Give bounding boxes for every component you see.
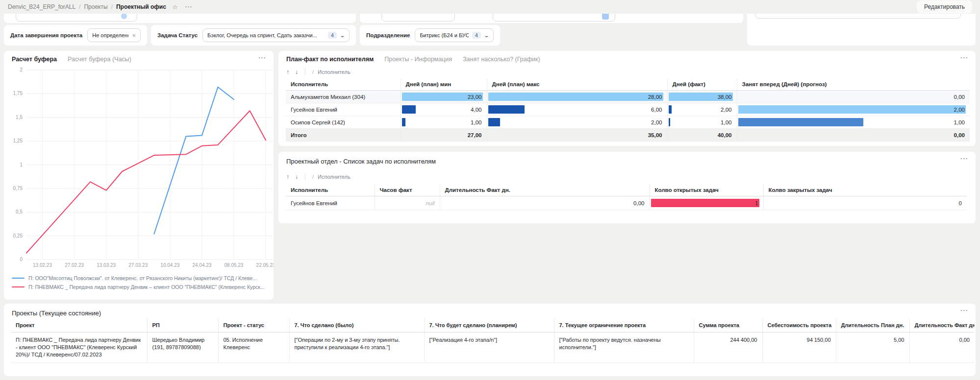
filter-label: Дата завершения проекта xyxy=(10,32,82,38)
filter-card-project-end-date: Дата завершения проектаНе определено - Н… xyxy=(4,25,147,46)
filter-value: Не определено - Не определено xyxy=(92,32,128,38)
y-axis-tick-label: 1,25 xyxy=(13,138,23,143)
table-header-row: ИсполнительДней (план) минДней (план) ма… xyxy=(286,78,970,91)
sort-slash-icon: / xyxy=(312,69,314,75)
column-header[interactable]: Исполнитель xyxy=(286,184,375,196)
projects-state-panel: Проекты (Текущее состояние) ⋯ ПроектРППр… xyxy=(4,304,976,376)
sort-asc-icon[interactable]: ↑ xyxy=(286,173,289,180)
filter-select[interactable]: Не определено - Не определено× xyxy=(87,28,141,42)
panel-tab[interactable]: Проекты - Информация xyxy=(384,56,452,63)
legend-line-swatch xyxy=(12,278,25,279)
cell: Гусейнов Евгений xyxy=(286,103,401,116)
column-header[interactable]: Проект xyxy=(11,318,147,332)
panel-tabs: План-факт по исполнителямПроекты - Инфор… xyxy=(286,56,540,63)
cell: Шередько Владимир (191, 89787809088) xyxy=(147,332,218,363)
legend-label: П: ООО"Мясоптиц Поволжски". от Клеверенс… xyxy=(28,275,257,281)
breadcrumb-more-icon[interactable]: ⋯ xyxy=(185,2,193,11)
column-header[interactable]: Дней (план) макс xyxy=(487,78,667,91)
value-bar xyxy=(669,105,672,114)
legend-item[interactable]: П: ПНЕВМАКС _ Передача лида партнеру Ден… xyxy=(12,284,265,290)
bar-wrap: 1,00 xyxy=(738,116,966,128)
bar-wrap: 4,00 xyxy=(402,103,483,116)
breadcrumb-item[interactable]: Проекты xyxy=(84,3,107,10)
cell: 40,00 xyxy=(667,129,737,142)
column-header[interactable]: РП xyxy=(147,318,218,332)
tasks-more-icon[interactable]: ⋯ xyxy=(960,155,969,163)
column-header[interactable]: Колво закрытых задач xyxy=(763,184,967,196)
table-header-row: ПроектРППроект - статус7. Что сделано (б… xyxy=(11,318,975,332)
clear-icon[interactable]: × xyxy=(132,32,136,39)
column-header[interactable]: Себестоимость проекта xyxy=(762,318,836,332)
column-header[interactable]: Часов факт xyxy=(375,184,440,196)
cell-value: 4,00 xyxy=(471,107,482,113)
chevron-down-icon: ⌄ xyxy=(483,32,489,39)
cell: Альмухаметов Михаил (304) xyxy=(286,91,401,103)
column-header[interactable]: Сумма проекта xyxy=(694,318,762,332)
bar-cell: 2,00 xyxy=(487,116,667,129)
column-header[interactable]: Дней (факт) xyxy=(667,78,737,91)
column-header[interactable]: Исполнитель xyxy=(286,78,401,91)
filter-card-department: ПодразделениеБитрикс (Б24 и БУС-внедр), … xyxy=(360,25,500,46)
cell: 05. Исполнение Клеверенс xyxy=(218,332,289,363)
cell: 5,00 xyxy=(836,332,909,363)
legend-label: П: ПНЕВМАКС _ Передача лида партнеру Ден… xyxy=(28,284,265,290)
sort-asc-icon[interactable]: ↑ xyxy=(286,69,289,75)
bar-wrap: 2,00 xyxy=(488,116,663,128)
count-badge xyxy=(602,13,609,20)
column-header[interactable]: Длительность Факт дн. xyxy=(440,184,650,196)
cell: 0,00 xyxy=(909,332,975,363)
table-row: Гусейнов Евгений4,006,002,002,00 xyxy=(286,103,970,116)
sort-field-label: Исполнитель xyxy=(318,174,351,180)
column-header[interactable]: Дней (план) мин xyxy=(401,78,487,91)
bar-cell: 1,00 xyxy=(667,116,737,129)
cell: 0,00 xyxy=(737,91,970,103)
column-header[interactable]: Проект - статус xyxy=(218,318,289,332)
filter-card-task-status: Задача СтатусБэклог, Очередь на спринт, … xyxy=(151,25,356,46)
cell-value: 2,00 xyxy=(651,119,663,125)
y-axis-tick-label: 2 xyxy=(20,67,23,72)
column-header[interactable]: Длительность План дн. xyxy=(836,318,909,332)
bar-cell: 4,00 xyxy=(401,103,487,116)
cell: 27,00 xyxy=(401,129,487,142)
y-axis-tick-label: 0,75 xyxy=(13,186,23,191)
sort-desc-icon[interactable]: ↓ xyxy=(295,69,298,75)
sort-desc-icon[interactable]: ↓ xyxy=(295,173,298,180)
buffer-line-chart: 00,250,50,7511,251,51,75213.02.2327.02.2… xyxy=(4,51,274,270)
panel-tab[interactable]: План-факт по исполнителям xyxy=(286,56,374,63)
cell: 0,00 xyxy=(737,129,970,142)
column-header[interactable]: 7. Что будет сделано (планирем) xyxy=(424,318,554,332)
bar-wrap: 2,00 xyxy=(669,103,733,116)
edit-button[interactable]: Редактировать xyxy=(917,0,972,13)
x-axis-tick-label: 27.03.23 xyxy=(128,262,148,268)
bar-cell: 38,00 xyxy=(667,91,737,103)
column-header[interactable]: Длительность Факт дн. xyxy=(909,318,975,332)
projects-more-icon[interactable]: ⋯ xyxy=(960,307,969,314)
column-header[interactable]: Занят вперед (Дней) (прогноз) xyxy=(737,78,970,91)
sort-control: ↑↓/Исполнитель xyxy=(286,68,351,76)
breadcrumb-item[interactable]: Проектный офис xyxy=(116,3,166,10)
column-header[interactable]: 7. Что сделано (было) xyxy=(289,318,424,332)
cell: П: ПНЕВМАКС _ Передача лида партнеру Ден… xyxy=(11,332,147,363)
x-axis-tick-label: 22.05.23 xyxy=(256,262,274,268)
cell: ["Реализация 4-го этапа/n"] xyxy=(424,332,554,363)
favorite-star-icon[interactable]: ☆ xyxy=(172,3,178,11)
filter-label: Подразделение xyxy=(366,32,410,38)
breadcrumb-item[interactable]: Denvic_B24_ERP_forALL xyxy=(8,3,75,10)
count-badge: 4 xyxy=(472,32,481,39)
plan-fact-more-icon[interactable]: ⋯ xyxy=(960,54,969,62)
table-total-row: Итого27,0035,0040,000,00 xyxy=(286,129,970,142)
column-header[interactable]: 7. Текущее ограничение проекта xyxy=(554,318,694,332)
value-bar xyxy=(488,93,663,101)
filter-select[interactable]: Бэклог, Очередь на спринт, Сдать заказчи… xyxy=(202,28,350,42)
column-header[interactable]: Колво открытых задач xyxy=(650,184,763,196)
cell-value: 1,00 xyxy=(721,119,732,125)
cell-value: 1 xyxy=(755,200,759,206)
panel-title: Проектный отдел - Список задач по исполн… xyxy=(286,158,436,165)
panel-tab[interactable]: Занят насколько? (График) xyxy=(463,56,540,63)
bar-wrap: 6,00 xyxy=(488,103,663,116)
breadcrumb-separator: / xyxy=(111,3,113,10)
cell-value: 2,00 xyxy=(954,107,966,113)
legend-item[interactable]: П: ООО"Мясоптиц Поволжски". от Клеверенс… xyxy=(12,275,265,281)
sort-slash-icon: / xyxy=(312,174,314,180)
filter-select[interactable]: Битрикс (Б24 и БУС-внедр), П...4⌄ xyxy=(415,28,494,42)
